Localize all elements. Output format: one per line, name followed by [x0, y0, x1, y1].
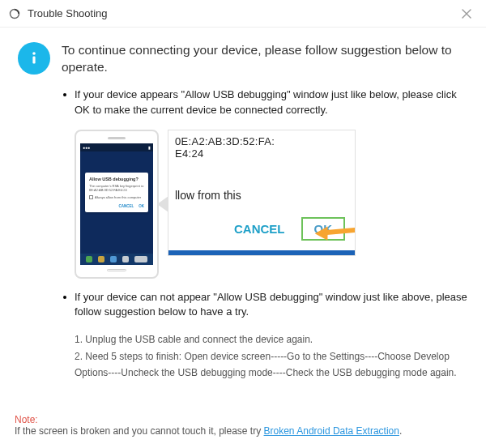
arrow-icon — [311, 208, 356, 255]
steps-list: 1. Unplug the USB cable and connect the … — [75, 331, 468, 381]
section1-text: If your device appears "Allow USB debugg… — [75, 87, 468, 118]
svg-rect-2 — [32, 57, 35, 64]
info-icon — [18, 42, 50, 75]
phone-cancel: CANCEL — [119, 204, 134, 208]
phone-mockup: ●●●▮ Allow USB debugging? The computer's… — [75, 130, 159, 279]
close-button[interactable] — [455, 2, 478, 25]
note-label: Note: — [15, 414, 38, 425]
zoom-line3: llow from this — [168, 182, 355, 202]
window-title: Trouble Shooting — [28, 7, 455, 19]
section2-text: If your device can not appear "Allow USB… — [75, 290, 468, 321]
phone-usb-dialog: Allow USB debugging? The computer's RSA … — [85, 173, 148, 212]
phone-dialog-body: The computer's RSA key fingerprint is: 0… — [89, 184, 144, 192]
dialog-content: To continue connecting your device, plea… — [0, 28, 486, 389]
zoom-line1: 0E:A2:AB:3D:52:FA: — [175, 135, 275, 147]
callout-pointer-icon — [157, 196, 168, 212]
titlebar: Trouble Shooting — [0, 0, 486, 28]
step-2: 2. Need 5 steps to finish: Open device s… — [75, 348, 468, 382]
section-no-dialog: If your device can not appear "Allow USB… — [63, 290, 468, 382]
footer-note: Note: If the screen is broken and you ca… — [15, 414, 471, 437]
bullet-icon — [63, 296, 66, 299]
footer-text: If the screen is broken and you cannot t… — [15, 425, 264, 437]
close-icon — [461, 8, 472, 19]
step-1: 1. Unplug the USB cable and connect the … — [75, 331, 468, 348]
intro-row: To continue connecting your device, plea… — [18, 42, 468, 76]
broken-android-link[interactable]: Broken Android Data Extraction — [264, 425, 399, 437]
svg-point-1 — [32, 52, 36, 55]
illustration: ●●●▮ Allow USB debugging? The computer's… — [75, 130, 468, 279]
section-usb-dialog: If your device appears "Allow USB debugg… — [63, 87, 468, 279]
phone-dialog-checkbox: Always allow from this computer — [89, 195, 144, 199]
phone-dialog-title: Allow USB debugging? — [89, 177, 144, 181]
bullet-icon — [63, 93, 66, 96]
zoom-panel: 0E:A2:AB:3D:52:FA: E4:24 llow from this … — [168, 130, 356, 256]
footer-suffix: . — [399, 425, 402, 437]
phone-ok: OK — [139, 204, 144, 208]
zoom-line2: E4:24 — [175, 147, 203, 160]
intro-text: To continue connecting your device, plea… — [62, 42, 468, 76]
app-icon — [8, 7, 21, 20]
zoom-cancel: CANCEL — [234, 222, 285, 236]
